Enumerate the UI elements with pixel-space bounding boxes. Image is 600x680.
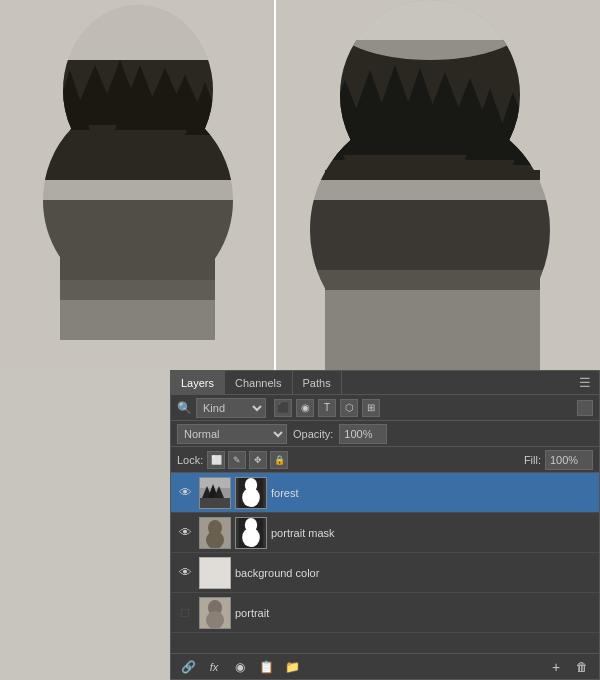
filter-fx-icon[interactable]: ◉	[296, 399, 314, 417]
svg-point-47	[242, 487, 260, 506]
lock-row: Lock: ⬜ ✎ ✥ 🔒 Fill: 100%	[171, 447, 599, 473]
panel-menu-icon[interactable]: ☰	[575, 375, 595, 390]
layer-name-portrait: portrait	[235, 607, 595, 619]
lock-icons: ⬜ ✎ ✥ 🔒	[207, 451, 288, 469]
filter-type-icon[interactable]: T	[318, 399, 336, 417]
fill-label: Fill:	[524, 454, 541, 466]
tab-layers[interactable]: Layers	[171, 371, 225, 395]
canvas-area	[0, 0, 600, 370]
panel-header: Layers Channels Paths ☰	[171, 371, 599, 395]
blend-row: Normal Opacity: 100%	[171, 421, 599, 447]
layer-name-forest: forest	[271, 487, 595, 499]
layer-row-forest[interactable]: 👁 forest	[171, 473, 599, 513]
canvas-right-svg	[275, 0, 600, 370]
layer-name-background-color: background color	[235, 567, 595, 579]
filter-smart-icon[interactable]: ⊞	[362, 399, 380, 417]
lock-position-btn[interactable]: ✥	[249, 451, 267, 469]
kind-select[interactable]: Kind	[196, 398, 266, 418]
link-button[interactable]: 🔗	[177, 657, 199, 677]
lock-transparent-btn[interactable]: ⬜	[207, 451, 225, 469]
layers-panel: Layers Channels Paths ☰ 🔍 Kind ⬛ ◉ T ⬡ ⊞…	[170, 370, 600, 680]
canvas-right	[275, 0, 600, 370]
layer-name-portrait-mask: portrait mask	[271, 527, 595, 539]
layer-mask-portrait-mask	[235, 517, 267, 549]
layer-thumb-background-color	[199, 557, 231, 589]
layer-row-portrait-mask[interactable]: 👁 portrait mask	[171, 513, 599, 553]
filter-row: 🔍 Kind ⬛ ◉ T ⬡ ⊞	[171, 395, 599, 421]
new-layer-button[interactable]: +	[545, 657, 567, 677]
group-button[interactable]: 📁	[281, 657, 303, 677]
layer-row-background-color[interactable]: 👁 background color	[171, 553, 599, 593]
lock-label: Lock:	[177, 454, 203, 466]
opacity-label: Opacity:	[293, 428, 333, 440]
tab-paths[interactable]: Paths	[293, 371, 342, 395]
add-mask-container: ◉ Add vector mask	[229, 657, 251, 677]
filter-pixel-icon[interactable]: ⬛	[274, 399, 292, 417]
eye-icon-background-color[interactable]: 👁	[175, 563, 195, 583]
canvas-left	[0, 0, 275, 370]
search-icon: 🔍	[177, 401, 192, 415]
lock-pixels-btn[interactable]: ✎	[228, 451, 246, 469]
svg-point-53	[242, 527, 260, 546]
fill-value[interactable]: 100%	[545, 450, 593, 470]
filter-icons: ⬛ ◉ T ⬡ ⊞	[274, 399, 380, 417]
layer-thumb-portrait-mask	[199, 517, 231, 549]
panel-toolbar: 🔗 fx ◉ Add vector mask 📋 📁 + 🗑	[171, 653, 599, 679]
svg-rect-40	[200, 478, 230, 488]
layer-mask-forest	[235, 477, 267, 509]
layer-row-portrait[interactable]: □ portrait	[171, 593, 599, 633]
add-mask-button[interactable]: ◉	[229, 657, 251, 677]
eye-icon-portrait: □	[175, 603, 195, 623]
eye-icon-forest[interactable]: 👁	[175, 483, 195, 503]
tab-channels[interactable]: Channels	[225, 371, 292, 395]
canvas-left-svg	[0, 0, 275, 370]
delete-layer-button[interactable]: 🗑	[571, 657, 593, 677]
canvas-divider	[274, 0, 276, 370]
lock-all-btn[interactable]: 🔒	[270, 451, 288, 469]
blend-mode-select[interactable]: Normal	[177, 424, 287, 444]
filter-shape-icon[interactable]: ⬡	[340, 399, 358, 417]
svg-rect-44	[200, 498, 230, 508]
fx-button[interactable]: fx	[203, 657, 225, 677]
eye-icon-portrait-mask[interactable]: 👁	[175, 523, 195, 543]
layer-thumb-portrait	[199, 597, 231, 629]
opacity-value[interactable]: 100%	[339, 424, 387, 444]
layer-thumb-forest	[199, 477, 231, 509]
layers-list: 👁 forest 👁 portrait mask 👁	[171, 473, 599, 633]
filter-toggle[interactable]	[577, 400, 593, 416]
adjustment-button[interactable]: 📋	[255, 657, 277, 677]
